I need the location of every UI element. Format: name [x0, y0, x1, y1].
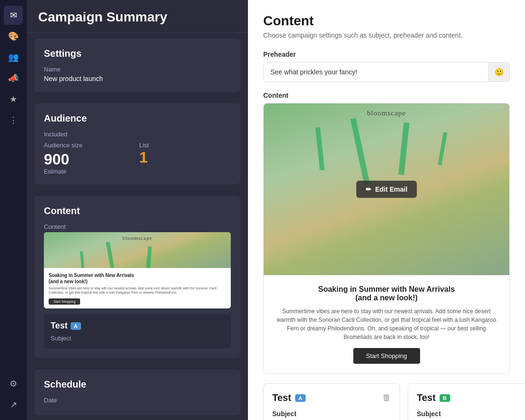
schedule-card: Schedule Date	[34, 369, 240, 415]
test-b-badge: B	[440, 394, 450, 402]
audience-included-label: Included	[44, 131, 231, 138]
nav-palette[interactable]: 🎨	[4, 27, 23, 46]
sidebar-subject-label: Subject	[51, 335, 224, 342]
content-preview[interactable]: bloomscape Soaking in Summer with New Ar…	[44, 232, 231, 308]
edit-email-overlay[interactable]: ✏ Edit Email	[356, 181, 417, 198]
test-b-title: Test B	[417, 392, 450, 403]
content-section-label: Content	[263, 92, 510, 99]
email-preview-card[interactable]: bloomscape ✏ Edit Email Soaking in Summe…	[263, 103, 510, 374]
test-a-delete-button[interactable]: 🗑	[382, 393, 391, 403]
email-preview-image: bloomscape ✏ Edit Email	[264, 103, 509, 275]
email-preview-top: bloomscape ✏ Edit Email	[264, 103, 509, 275]
content-heading: Content	[44, 205, 231, 216]
settings-name-value: New product launch	[44, 75, 231, 82]
nav-mail[interactable]: ✉	[4, 6, 23, 25]
settings-name-label: Name	[44, 66, 231, 73]
test-variant-a: Test A 🗑 Subject 🙂	[263, 383, 400, 420]
sidebar-title: Campaign Summary	[38, 10, 237, 25]
preview-cta: Start Shopping	[49, 298, 80, 305]
test-a-header: Test A 🗑	[272, 392, 391, 403]
test-a-subject-label: Subject	[272, 410, 391, 418]
audience-size-label: Audience size	[44, 142, 135, 149]
nav-star[interactable]: ★	[4, 90, 23, 109]
nav-more-top[interactable]: ⋮	[4, 111, 23, 130]
test-variants-row: Test A 🗑 Subject 🙂 Test B 🗑 Subject	[263, 383, 510, 420]
preheader-input-row: 🙂	[263, 62, 510, 82]
email-body: Summertime vibes are here to stay with o…	[275, 307, 498, 341]
main-subtitle: Choose campaign settings such as subject…	[263, 31, 510, 39]
audience-card: Audience Included Audience size 900 Esti…	[34, 103, 240, 184]
content-card: Content Content bloomscape Soaking in Su…	[34, 196, 240, 358]
main-title: Content	[263, 13, 510, 29]
test-b-subject-label: Subject	[417, 410, 525, 418]
audience-estimate-label: Estimate	[44, 168, 135, 175]
email-headline: Soaking in Summer with New Arrivals (and…	[275, 285, 498, 302]
nav-megaphone[interactable]: 📣	[4, 69, 23, 88]
audience-size-block: Audience size 900 Estimate	[44, 142, 135, 175]
test-a-badge: A	[295, 394, 306, 402]
content-label: Content	[44, 223, 231, 230]
icon-bar: ✉ 🎨 👥 📣 ★ ⋮ ⚙ ↗	[0, 0, 27, 420]
audience-size-value: 900	[44, 151, 135, 168]
nav-settings[interactable]: ⚙	[4, 374, 23, 393]
test-variant-b: Test B 🗑 Subject 🙂	[408, 383, 525, 420]
sidebar-test-variant: Test A Subject	[44, 314, 231, 348]
preheader-emoji-button[interactable]: 🙂	[488, 62, 509, 82]
audience-heading: Audience	[44, 113, 231, 124]
sidebar-test-label: Test	[51, 321, 68, 331]
preheader-input[interactable]	[264, 63, 488, 81]
audience-list-label: List	[139, 142, 231, 149]
schedule-date-label: Date	[44, 397, 231, 404]
settings-card: Settings Name New product launch	[34, 39, 240, 92]
email-cta: Start Shopping	[353, 348, 420, 364]
email-preview-bottom: Soaking in Summer with New Arrivals (and…	[264, 275, 509, 373]
test-b-label: Test	[417, 392, 436, 403]
sidebar-test-badge: Test A	[51, 321, 81, 331]
sidebar-test-badge-a: A	[71, 322, 81, 330]
audience-list-value: 1	[139, 149, 231, 166]
preview-heading: Soaking in Summer with New Arrivals(and …	[49, 272, 226, 285]
sidebar: Campaign Summary Settings Name New produ…	[27, 0, 248, 420]
main-content: Content Choose campaign settings such as…	[248, 0, 525, 420]
test-a-title: Test A	[272, 392, 306, 403]
schedule-heading: Schedule	[44, 379, 231, 390]
sidebar-header: Campaign Summary	[27, 0, 248, 33]
preheader-label: Preheader	[263, 51, 510, 58]
audience-grid: Audience size 900 Estimate List 1	[44, 142, 231, 175]
edit-email-label: Edit Email	[375, 185, 408, 193]
nav-export[interactable]: ↗	[4, 395, 23, 414]
settings-heading: Settings	[44, 48, 231, 59]
test-b-header: Test B 🗑	[417, 392, 525, 403]
preview-body: Summertime vibes are here to stay with o…	[49, 286, 226, 295]
edit-icon: ✏	[366, 185, 371, 193]
test-a-label: Test	[272, 392, 291, 403]
audience-list-block: List 1	[139, 142, 231, 175]
nav-users[interactable]: 👥	[4, 48, 23, 67]
